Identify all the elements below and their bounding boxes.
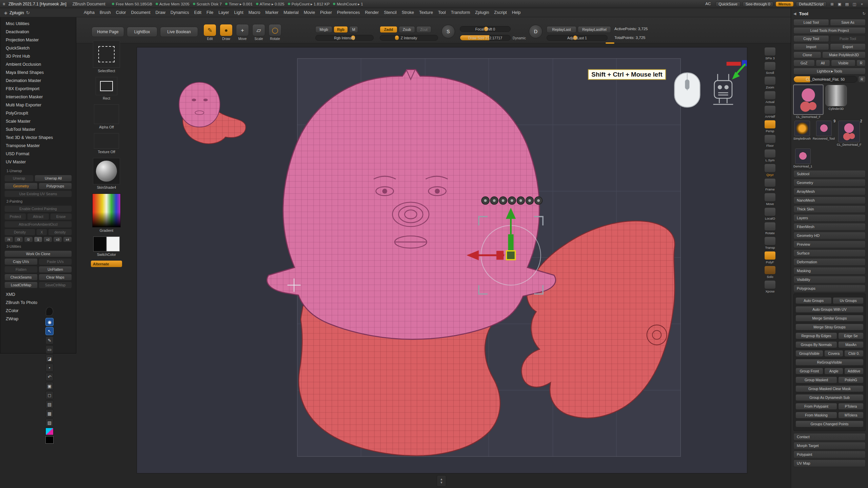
tool-action-button[interactable]: Lightbox►Tools — [793, 68, 866, 75]
strip-tool-icon[interactable]: ▣ — [45, 382, 54, 390]
right-shelf-button[interactable]: Transp — [763, 237, 777, 249]
current-tool-slider[interactable]: CL_DemoHead_Flat.50 — [793, 76, 857, 83]
home-page-button[interactable]: Home Page — [92, 27, 124, 37]
tool-thumbnail[interactable]: SimpleBrush — [793, 121, 811, 140]
polygroups-button[interactable]: Covera — [824, 350, 844, 357]
titlebar-button[interactable]: AC — [703, 1, 713, 7]
polygroups-button[interactable]: Angle — [824, 368, 844, 374]
draw-size-slider[interactable]: Draw Size 212.17717 — [460, 35, 511, 41]
zplugin-section[interactable]: Text 3D & Vector Shapes — [0, 134, 76, 142]
zplugin-section[interactable]: Intersection Masker — [0, 93, 76, 101]
polygroups-button[interactable]: Uv Groups — [833, 297, 864, 304]
polygroups-button[interactable]: Group Masked — [795, 377, 837, 383]
tool-r-button[interactable]: R — [858, 76, 866, 83]
right-shelf-button[interactable]: L.Sym — [763, 149, 777, 162]
tool-thumbnail[interactable]: 9 Recovered_Tool — [813, 121, 835, 140]
stroke-rect-button[interactable] — [96, 77, 117, 95]
paste-uvs-button[interactable]: Paste UVs — [39, 258, 72, 265]
density-multiplier-button[interactable]: x2 — [43, 237, 52, 242]
m-button[interactable]: M — [349, 26, 358, 33]
tool-action-button[interactable]: Import — [793, 43, 829, 50]
polygroups-button[interactable]: Auto Groups — [795, 297, 832, 304]
rgb-intensity-slider[interactable]: Rgb Intensity — [315, 35, 374, 41]
tool-section-bar[interactable]: Preview — [793, 241, 866, 248]
tool-section-bar[interactable]: Subtool — [793, 170, 866, 178]
menu-item[interactable]: Movie — [304, 10, 315, 15]
window-control-icon[interactable]: ▤ — [844, 1, 850, 7]
zadd-button[interactable]: Zadd — [380, 26, 397, 33]
menu-item[interactable]: Preferences — [337, 10, 360, 15]
replay-last-rel-button[interactable]: ReplayLastRel — [578, 26, 611, 33]
menu-item[interactable]: Document — [131, 10, 151, 15]
unflatten-button[interactable]: UnFlatten — [39, 266, 72, 273]
z-intensity-slider[interactable]: Z Intensity — [380, 35, 438, 41]
zplugin-section[interactable]: ZWrap — [0, 315, 76, 323]
color-picker[interactable] — [92, 194, 121, 227]
menu-item[interactable]: Texture — [419, 10, 433, 15]
clear-maps-button[interactable]: Clear Maps — [39, 274, 72, 281]
density-slider[interactable]: Density — [4, 229, 35, 236]
mode-tile[interactable]: + Move — [236, 24, 249, 41]
polygroups-button[interactable]: MTolera — [838, 412, 864, 419]
titlebar-button[interactable]: Menus — [775, 1, 794, 7]
polygroups-button[interactable]: From Polypaint — [795, 403, 837, 410]
tool-action-button[interactable]: Load Tool — [793, 19, 829, 26]
tool-thumbnail[interactable]: 2 CL_DemoHead_F — [837, 121, 862, 146]
stroke-icon[interactable]: S — [441, 25, 455, 38]
dynamic-label[interactable]: Dynamic — [513, 36, 526, 40]
enable-control-painting-button[interactable]: Enable Control Painting — [4, 205, 72, 212]
polygroups-button[interactable]: Groups By Normals — [795, 341, 837, 348]
strip-tool-icon[interactable]: ✎ — [45, 336, 54, 344]
replay-last-button[interactable]: ReplayLast — [547, 26, 576, 33]
protect-button[interactable]: Protect — [4, 213, 26, 220]
tool-action-button[interactable]: Save As — [830, 19, 866, 26]
polygroups-button[interactable]: Edge Se — [838, 332, 864, 339]
erase-button[interactable]: Erase — [50, 213, 72, 220]
use-existing-uv-seams-button[interactable]: Use Existing UV Seams — [4, 190, 72, 197]
zplugin-section[interactable]: Transpose Master — [0, 142, 76, 150]
tool-section-bar[interactable]: Thick Skin — [793, 205, 866, 213]
zplugin-section[interactable]: FBX ExportImport — [0, 85, 76, 93]
canvas-svg[interactable]: Shift + Ctrl + Mouse left — [137, 47, 747, 473]
copy-uvs-button[interactable]: Copy UVs — [4, 258, 38, 265]
zplugin-section[interactable]: USD Format — [0, 150, 76, 158]
gizmo-red-block[interactable] — [496, 251, 504, 260]
menu-item[interactable]: Help — [512, 10, 521, 15]
menu-item[interactable]: Alpha — [84, 10, 95, 15]
zplugin-section[interactable]: Deactivation — [0, 28, 76, 36]
switch-color-control[interactable] — [93, 237, 120, 251]
polygroups-button[interactable]: Group Front — [795, 368, 823, 374]
density-x-button[interactable]: X — [36, 229, 47, 236]
texture-selector-button[interactable] — [94, 133, 119, 149]
work-on-clone-button[interactable]: Work On Clone — [4, 250, 72, 257]
polygroups-button[interactable]: PolishG — [838, 377, 864, 383]
tool-action-button[interactable]: R — [856, 60, 866, 66]
mode-tile[interactable]: ● Draw — [220, 24, 233, 41]
menu-item[interactable]: Edit — [194, 10, 202, 15]
mode-tile[interactable]: ▱ Scale — [252, 24, 265, 41]
geometry-toggle[interactable]: Geometry — [4, 183, 38, 189]
polygroups-button[interactable]: Additive — [844, 368, 864, 374]
polygroups-button[interactable]: GroupVisible — [795, 350, 823, 357]
tool-action-button[interactable]: GoZ — [793, 60, 815, 66]
zcut-button[interactable]: Zcut — [416, 26, 431, 33]
menu-item[interactable]: Macro — [249, 10, 260, 15]
tool-section-bar[interactable]: UV Map — [793, 460, 866, 467]
strip-tool-icon[interactable]: • — [45, 364, 54, 372]
menu-item[interactable]: Stencil — [384, 10, 397, 15]
palette-gear-icon[interactable]: ↻ — [863, 12, 866, 16]
right-shelf-button[interactable]: Scroll — [763, 62, 777, 75]
mode-tile[interactable]: ✎ Edit — [203, 24, 216, 41]
tool-section-bar[interactable]: Layers — [793, 214, 866, 222]
zplugin-section[interactable]: Multi Map Exporter — [0, 101, 76, 109]
polygroups-button[interactable]: Auto Groups With UV — [795, 306, 864, 313]
tool-action-button[interactable]: Clone — [793, 52, 821, 58]
gizmo-center-handle[interactable] — [507, 251, 515, 260]
menu-item[interactable]: Material — [283, 10, 298, 15]
right-shelf-button[interactable]: Move — [763, 193, 777, 206]
alpha-selector-button[interactable] — [94, 104, 119, 124]
zplugin-section[interactable]: Decimation Master — [0, 77, 76, 85]
polygroups-button[interactable]: Groups Changed Points — [795, 421, 864, 427]
attract-from-ao-button[interactable]: AttractFromAmbientOccl — [4, 221, 72, 228]
polygroups-button[interactable]: Merge Similar Groups — [795, 315, 864, 322]
